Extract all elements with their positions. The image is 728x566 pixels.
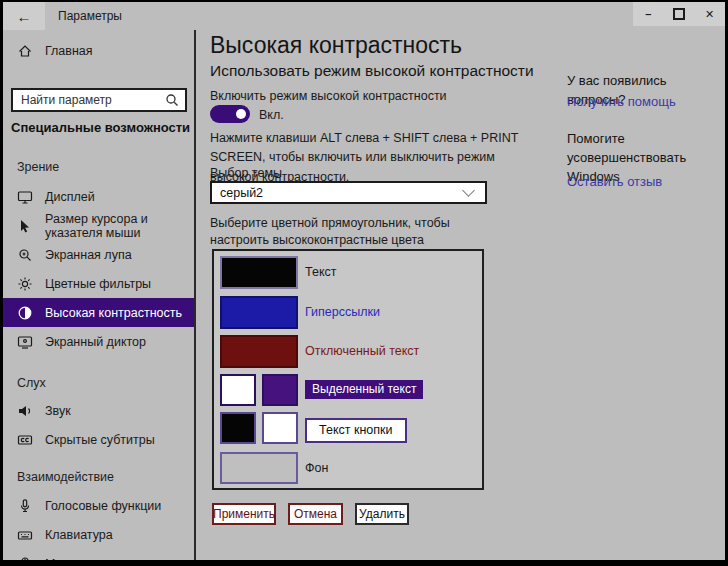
sidebar-item-mouse[interactable]: Мышь <box>3 549 194 560</box>
back-button[interactable]: ← <box>3 2 45 30</box>
search-icon[interactable] <box>164 92 180 108</box>
narrator-icon <box>17 334 33 350</box>
sidebar-item-high-contrast[interactable]: Высокая контрастность <box>3 298 194 327</box>
swatch-button-text-fg[interactable] <box>220 412 256 444</box>
swatch-hyperlinks[interactable] <box>220 296 298 329</box>
settings-window: ← Параметры – ✕ Главная <box>0 0 728 566</box>
maximize-icon[interactable] <box>668 3 690 25</box>
sidebar: Главная Специальные возможности Зрение Д… <box>3 30 196 560</box>
high-contrast-toggle[interactable] <box>210 105 250 123</box>
apply-button[interactable]: Применить <box>212 503 276 525</box>
titlebar: ← Параметры – ✕ <box>3 2 725 30</box>
cursor-size-icon <box>17 218 33 234</box>
page-title: Высокая контрастность <box>210 32 462 59</box>
sidebar-item-magnifier[interactable]: Экранная лупа <box>3 240 194 269</box>
sidebar-item-label: Высокая контрастность <box>45 306 182 320</box>
sidebar-item-label: Цветные фильтры <box>45 277 151 291</box>
swatch-disabled-text[interactable] <box>220 335 298 368</box>
color-filter-icon <box>17 276 33 292</box>
get-help-link[interactable]: Получить помощь <box>567 94 676 109</box>
toggle-label: Включить режим высокой контрастности <box>210 89 447 103</box>
settings-client-area: ← Параметры – ✕ Главная <box>3 2 725 560</box>
swatch-selected-text-bg[interactable] <box>262 374 298 406</box>
mouse-icon <box>17 556 33 561</box>
back-icon: ← <box>17 8 32 25</box>
sidebar-item-label: Скрытые субтитры <box>45 433 155 447</box>
sidebar-item-home[interactable]: Главная <box>3 36 194 65</box>
sidebar-item-closed-captions[interactable]: Скрытые субтитры <box>3 425 194 454</box>
high-contrast-icon <box>17 305 33 321</box>
sidebar-item-color-filters[interactable]: Цветные фильтры <box>3 269 194 298</box>
close-icon[interactable]: ✕ <box>699 3 721 25</box>
minimize-icon[interactable]: – <box>637 3 659 25</box>
swatch-label-background: Фон <box>305 461 328 475</box>
sidebar-item-keyboard[interactable]: Клавиатура <box>3 520 194 549</box>
sidebar-item-cursor-size[interactable]: Размер курсора и указателя мыши <box>3 211 194 240</box>
theme-select[interactable]: серый2 <box>210 181 487 204</box>
sidebar-item-label: Голосовые функции <box>45 499 161 513</box>
sidebar-item-label: Экранный диктор <box>45 335 146 349</box>
sidebar-item-label: Главная <box>45 44 93 58</box>
sidebar-item-display[interactable]: Дисплей <box>3 182 194 211</box>
sidebar-item-label: Мышь <box>45 557 81 561</box>
sidebar-item-label: Клавиатура <box>45 528 113 542</box>
sidebar-item-label: Экранная лупа <box>45 248 132 262</box>
magnifier-icon <box>17 247 33 263</box>
keyboard-icon <box>17 527 33 543</box>
sidebar-item-sound[interactable]: Звук <box>3 396 194 425</box>
sidebar-group-interaction: Взаимодействие <box>17 470 114 484</box>
home-icon <box>17 43 33 59</box>
window-controls: – ✕ <box>633 2 725 26</box>
chevron-down-icon <box>462 184 475 197</box>
delete-button[interactable]: Удалить <box>355 503 409 525</box>
theme-select-value: серый2 <box>212 186 464 200</box>
swatch-background[interactable] <box>220 452 298 484</box>
swatch-label-button-text: Текст кнопки <box>305 418 407 443</box>
sidebar-item-speech[interactable]: Голосовые функции <box>3 491 194 520</box>
toggle-state-label: Вкл. <box>259 108 284 122</box>
theme-select-label: Выбор темы <box>210 166 282 180</box>
display-icon <box>17 189 33 205</box>
page-subtitle: Использовать режим высокой контрастности <box>210 62 534 80</box>
swatch-label-disabled-text: Отключенный текст <box>305 344 419 358</box>
swatch-instruction: Выберите цветной прямоугольник, чтобы на… <box>210 215 510 249</box>
sidebar-item-label: Звук <box>45 404 71 418</box>
cancel-button[interactable]: Отмена <box>288 503 343 525</box>
swatch-label-selected-text: Выделенный текст <box>305 380 423 399</box>
sidebar-item-narrator[interactable]: Экранный диктор <box>3 327 194 356</box>
swatch-button-text-bg[interactable] <box>262 412 298 444</box>
sidebar-group-hearing: Слух <box>17 376 46 390</box>
sidebar-section-header: Специальные возможности <box>11 120 190 135</box>
speech-icon <box>17 498 33 514</box>
sound-icon <box>17 403 33 419</box>
closed-captions-icon <box>17 432 33 448</box>
search-input[interactable] <box>13 93 164 107</box>
swatch-selected-text-fg[interactable] <box>220 374 256 406</box>
sidebar-item-label: Дисплей <box>45 190 95 204</box>
sidebar-item-label: Размер курсора и указателя мыши <box>45 212 194 240</box>
color-swatch-panel: Текст Гиперссылки Отключенный текст Выде… <box>212 249 484 490</box>
window-title: Параметры <box>58 9 122 23</box>
swatch-label-text: Текст <box>305 265 336 279</box>
sidebar-group-vision: Зрение <box>17 160 59 174</box>
swatch-label-hyperlinks: Гиперссылки <box>305 305 380 319</box>
swatch-text[interactable] <box>220 256 298 289</box>
feedback-link[interactable]: Оставить отзыв <box>567 174 662 189</box>
search-box <box>11 88 187 112</box>
